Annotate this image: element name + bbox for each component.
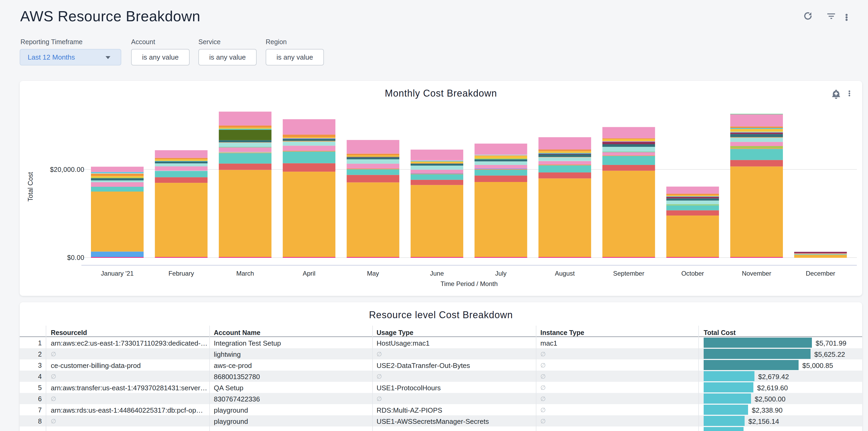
svg-text:Total Cost: Total Cost bbox=[27, 172, 34, 202]
svg-text:March: March bbox=[236, 270, 254, 277]
svg-text:August: August bbox=[555, 270, 575, 277]
svg-text:October: October bbox=[681, 270, 704, 277]
svg-text:January '21: January '21 bbox=[101, 270, 133, 277]
svg-text:June: June bbox=[430, 270, 444, 277]
svg-text:November: November bbox=[742, 270, 772, 277]
svg-text:September: September bbox=[613, 270, 644, 277]
svg-text:May: May bbox=[367, 270, 379, 277]
svg-text:Time Period / Month: Time Period / Month bbox=[440, 280, 498, 287]
svg-text:December: December bbox=[806, 270, 835, 277]
svg-text:$20,000.00: $20,000.00 bbox=[50, 166, 84, 173]
svg-text:$0.00: $0.00 bbox=[67, 254, 84, 261]
svg-text:February: February bbox=[168, 270, 194, 277]
svg-text:April: April bbox=[303, 270, 315, 277]
svg-text:July: July bbox=[495, 270, 506, 277]
